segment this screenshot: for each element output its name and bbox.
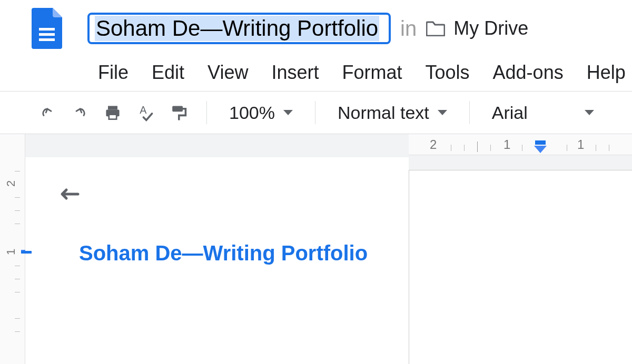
ruler-mark: 2	[4, 180, 18, 187]
svg-rect-8	[535, 140, 546, 145]
chevron-down-icon	[283, 110, 293, 115]
menu-edit[interactable]: Edit	[152, 62, 184, 84]
drive-label: My Drive	[453, 17, 528, 39]
font-dropdown[interactable]: Arial	[488, 103, 598, 123]
separator	[469, 101, 470, 124]
zoom-dropdown[interactable]: 100%	[225, 103, 297, 123]
location-prefix: in	[400, 17, 417, 41]
style-dropdown[interactable]: Normal text	[333, 103, 451, 123]
chevron-down-icon	[585, 110, 594, 115]
paint-format-button[interactable]	[167, 102, 189, 123]
svg-text:A: A	[140, 104, 147, 116]
document-page[interactable]	[409, 170, 632, 364]
undo-button[interactable]	[37, 102, 58, 123]
menu-help[interactable]: Help	[587, 62, 626, 84]
menu-format[interactable]: Format	[342, 62, 402, 84]
ruler-mark: 1	[4, 249, 18, 255]
ruler-mark: 1	[577, 137, 584, 152]
docs-logo-icon[interactable]	[32, 8, 62, 49]
horizontal-ruler[interactable]: 2 1 1	[409, 134, 632, 155]
menu-view[interactable]: View	[208, 62, 248, 84]
outline-heading[interactable]: Soham De—Writing Portfolio	[58, 241, 368, 265]
toolbar: A 100% Normal text Arial	[0, 92, 632, 134]
svg-rect-1	[39, 33, 55, 36]
svg-rect-0	[39, 28, 55, 31]
font-value: Arial	[492, 103, 528, 123]
menu-addons[interactable]: Add-ons	[493, 62, 564, 84]
outline-current-indicator	[21, 251, 32, 254]
chevron-down-icon	[438, 110, 447, 115]
spellcheck-button[interactable]: A	[135, 102, 156, 123]
svg-rect-7	[172, 106, 183, 112]
zoom-value: 100%	[229, 103, 275, 123]
page-area: 2 1 1	[409, 134, 632, 364]
ruler-mark: 1	[503, 137, 510, 152]
title-input-container[interactable]: Soham De—Writing Portfolio	[87, 13, 391, 44]
doc-title-input[interactable]: Soham De—Writing Portfolio	[95, 16, 379, 41]
separator	[315, 101, 315, 124]
header: Soham De—Writing Portfolio in My Drive	[0, 0, 632, 49]
style-value: Normal text	[338, 103, 429, 123]
vertical-ruler[interactable]: 2 1	[0, 134, 25, 364]
outline-panel: Soham De—Writing Portfolio	[25, 157, 409, 364]
ruler-mark: 2	[430, 137, 437, 152]
workspace: 2 1 Soham De—Writing Portfolio 2	[0, 134, 632, 364]
svg-rect-5	[109, 115, 116, 119]
print-button[interactable]	[102, 102, 123, 123]
folder-icon	[426, 21, 445, 36]
indent-marker[interactable]	[533, 140, 548, 156]
separator	[206, 101, 207, 124]
drive-location[interactable]: My Drive	[426, 17, 528, 39]
svg-rect-2	[39, 38, 55, 41]
svg-rect-3	[108, 106, 117, 109]
menu-insert[interactable]: Insert	[271, 62, 319, 84]
menu-tools[interactable]: Tools	[426, 62, 470, 84]
outline-back-button[interactable]	[58, 184, 84, 205]
menu-bar: File Edit View Insert Format Tools Add-o…	[0, 49, 632, 91]
menu-file[interactable]: File	[98, 62, 129, 84]
redo-button[interactable]	[70, 102, 91, 123]
